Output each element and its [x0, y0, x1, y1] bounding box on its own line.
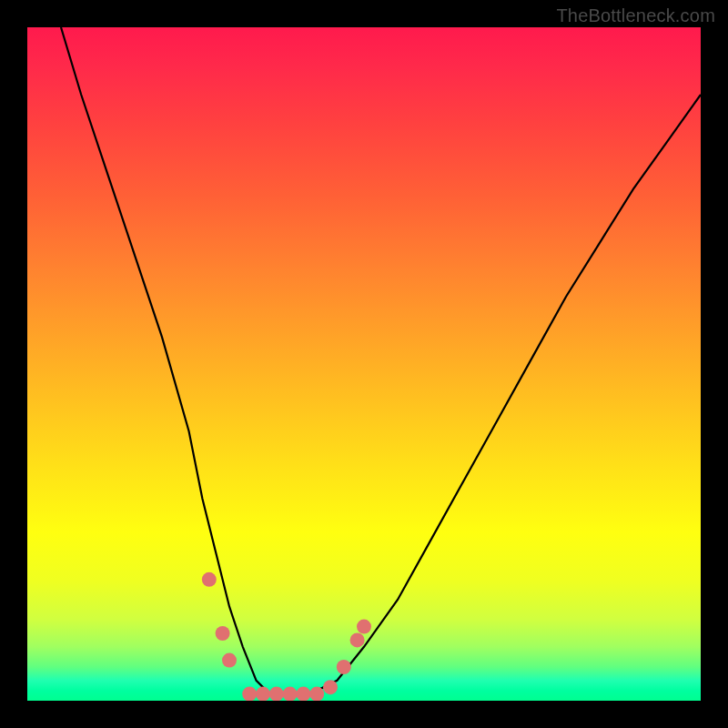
data-point	[323, 680, 338, 694]
watermark-text: TheBottleneck.com	[556, 5, 715, 26]
data-point	[350, 632, 365, 647]
data-point	[222, 653, 237, 668]
bottleneck-curve	[61, 27, 701, 694]
data-markers	[202, 572, 371, 701]
chart-svg	[27, 27, 701, 701]
data-point	[256, 687, 270, 701]
data-point	[357, 620, 371, 634]
data-point	[309, 687, 324, 701]
data-point	[242, 687, 257, 701]
data-point	[337, 660, 351, 674]
data-point	[296, 687, 310, 701]
data-point	[269, 687, 284, 701]
data-point	[202, 572, 217, 587]
data-point	[283, 687, 298, 701]
data-point	[216, 626, 230, 641]
chart-frame: TheBottleneck.com	[0, 0, 728, 728]
